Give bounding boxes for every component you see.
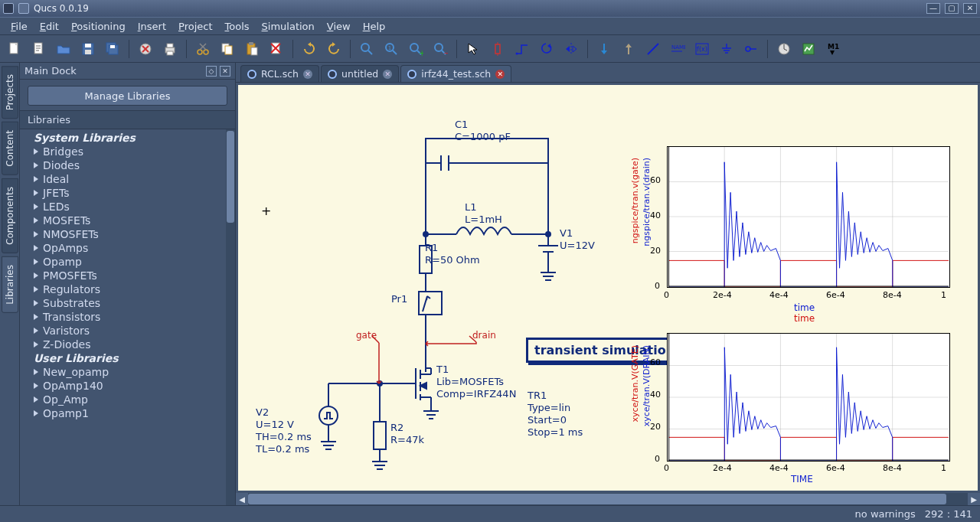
tree-item[interactable]: Opamp1 <box>31 406 235 420</box>
tree-item[interactable]: NMOSFETs <box>31 227 235 241</box>
tree-item[interactable]: JFETs <box>31 186 235 200</box>
hscroll-left-icon[interactable]: ◀ <box>236 493 248 505</box>
v1-name[interactable]: V1 <box>560 227 573 239</box>
equation-icon[interactable]: f(x) <box>692 39 712 59</box>
twisty-icon[interactable] <box>34 245 38 251</box>
tr1-name[interactable]: TR1 <box>528 390 547 401</box>
manage-libraries-button[interactable]: Manage Libraries <box>28 86 227 106</box>
twisty-icon[interactable] <box>34 341 38 347</box>
delete-icon[interactable] <box>136 39 155 59</box>
twisty-icon[interactable] <box>34 217 38 223</box>
l1-value[interactable]: L=1mH <box>465 214 502 225</box>
twisty-icon[interactable] <box>34 410 38 416</box>
zoom-out-icon[interactable]: − <box>430 39 450 59</box>
cut-icon[interactable] <box>193 39 213 59</box>
document-tab[interactable]: untitled✕ <box>321 65 399 82</box>
results-icon[interactable] <box>799 39 818 59</box>
insert-component-icon[interactable] <box>488 39 508 59</box>
v1-value[interactable]: U=12V <box>560 240 595 251</box>
tree-item[interactable]: OpAmps <box>31 241 235 255</box>
vtab-content[interactable]: Content <box>2 122 18 175</box>
twisty-icon[interactable] <box>34 148 38 155</box>
ground-icon[interactable] <box>717 39 737 59</box>
menu-simulation[interactable]: Simulation <box>256 19 321 34</box>
pr1-name[interactable]: Pr1 <box>391 293 407 305</box>
menu-insert[interactable]: Insert <box>132 19 172 34</box>
dock-float-icon[interactable]: ◇ <box>206 66 217 77</box>
tree-item[interactable]: Substrates <box>31 296 235 310</box>
tr1-type[interactable]: Type=lin <box>528 402 570 413</box>
close-button[interactable]: ✕ <box>963 3 977 14</box>
open-icon[interactable] <box>54 39 74 59</box>
zoom-fit-icon[interactable] <box>357 39 377 59</box>
simulate-icon[interactable] <box>774 39 794 59</box>
twisty-icon[interactable] <box>34 162 38 168</box>
tree-item[interactable]: Diodes <box>31 158 235 172</box>
chart-xyce[interactable] <box>667 333 950 462</box>
schematic-canvas[interactable]: C1 C=1000 pF L1 L=1mH V1 U=12V R1 R=50 O… <box>236 83 980 493</box>
tree-item[interactable]: User Libraries <box>31 351 235 365</box>
twisty-icon[interactable] <box>34 204 38 210</box>
l1-name[interactable]: L1 <box>465 201 477 213</box>
net-gate-label[interactable]: gate <box>356 330 377 341</box>
tr1-start[interactable]: Start=0 <box>528 414 567 426</box>
r1-value[interactable]: R=50 Ohm <box>425 254 480 266</box>
tree-item[interactable]: New_opamp <box>31 365 235 379</box>
vtab-components[interactable]: Components <box>2 178 18 253</box>
chart-ngspice[interactable] <box>667 146 950 288</box>
r2-name[interactable]: R2 <box>390 422 403 433</box>
menu-edit[interactable]: Edit <box>34 19 65 34</box>
r1-name[interactable]: R1 <box>425 242 438 253</box>
copy-icon[interactable] <box>217 39 237 59</box>
tree-item[interactable]: Op_Amp <box>31 393 235 406</box>
redo-icon[interactable] <box>324 39 344 59</box>
print-icon[interactable] <box>160 39 180 59</box>
deactivate-icon[interactable] <box>643 39 663 59</box>
new-file-icon[interactable] <box>5 39 24 59</box>
twisty-icon[interactable] <box>34 176 38 182</box>
t1-name[interactable]: T1 <box>436 364 449 375</box>
maximize-button[interactable]: ▢ <box>945 3 959 14</box>
minimize-button[interactable]: — <box>926 3 940 14</box>
twisty-icon[interactable] <box>34 190 38 196</box>
v2-tl[interactable]: TL=0.2 ms <box>256 443 309 455</box>
twisty-icon[interactable] <box>34 272 38 279</box>
rotate-icon[interactable] <box>537 39 557 59</box>
menu-help[interactable]: Help <box>357 19 392 34</box>
document-tab[interactable]: RCL.sch✕ <box>240 65 319 82</box>
vtab-projects[interactable]: Projects <box>2 66 18 119</box>
library-tree[interactable]: System LibrariesBridgesDiodesIdealJFETsL… <box>20 129 235 422</box>
r2-value[interactable]: R=47k <box>390 434 424 445</box>
paste-icon[interactable] <box>242 39 262 59</box>
tree-item[interactable]: MOSFETs <box>31 214 235 227</box>
wire-icon[interactable] <box>512 39 532 59</box>
zoom-in-icon[interactable]: + <box>406 39 426 59</box>
twisty-icon[interactable] <box>34 396 38 403</box>
t1-lib[interactable]: Lib=MOSFETs <box>436 376 504 387</box>
tree-item[interactable]: Varistors <box>31 324 235 338</box>
port-icon[interactable] <box>741 39 761 59</box>
v2-th[interactable]: TH=0.2 ms <box>256 431 312 442</box>
canvas-hscroll[interactable]: ◀ ▶ <box>236 493 980 505</box>
tree-item[interactable]: LEDs <box>31 200 235 214</box>
wire-label-icon[interactable]: NAME <box>668 39 688 59</box>
tab-close-icon[interactable]: ✕ <box>383 70 392 79</box>
new-text-icon[interactable] <box>29 39 49 59</box>
twisty-icon[interactable] <box>34 300 38 306</box>
twisty-icon[interactable] <box>34 369 38 375</box>
vtab-libraries[interactable]: Libraries <box>2 256 18 313</box>
menu-tools[interactable]: Tools <box>219 19 256 34</box>
marker-icon[interactable]: M1 <box>823 39 843 59</box>
tab-close-icon[interactable]: ✕ <box>495 70 505 79</box>
twisty-icon[interactable] <box>34 328 38 334</box>
t1-comp[interactable]: Comp=IRFZ44N <box>436 388 516 400</box>
net-drain-label[interactable]: drain <box>472 330 496 341</box>
twisty-icon[interactable] <box>34 383 38 389</box>
twisty-icon[interactable] <box>34 314 38 320</box>
c1-value[interactable]: C=1000 pF <box>455 131 511 142</box>
tree-item[interactable]: Transistors <box>31 310 235 324</box>
tree-item[interactable]: Regulators <box>31 282 235 296</box>
tree-item[interactable]: Opamp <box>31 255 235 269</box>
hscroll-right-icon[interactable]: ▶ <box>968 493 980 505</box>
remove-icon[interactable] <box>266 39 286 59</box>
